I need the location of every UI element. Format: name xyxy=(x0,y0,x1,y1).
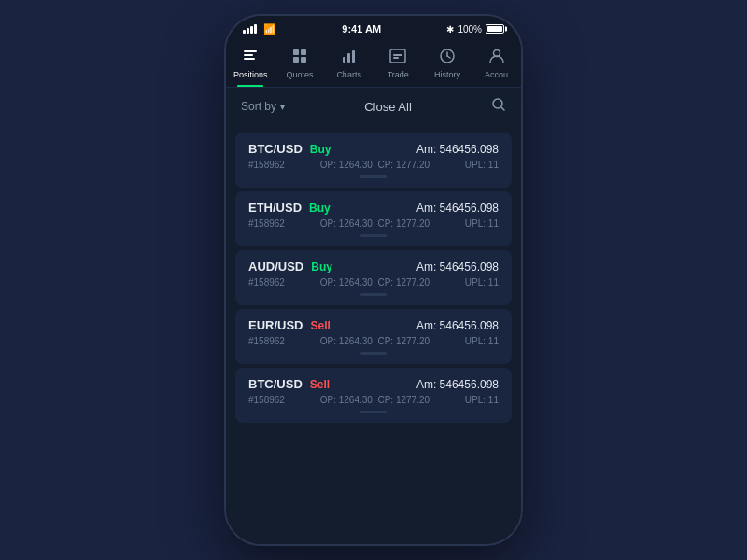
nav-label-quotes: Quotes xyxy=(286,70,313,79)
list-item[interactable]: BTC/USD Sell Am: 546456.098 #158962 OP: … xyxy=(235,368,512,423)
position-upl: UPL: 11 xyxy=(465,160,499,170)
position-id: #158962 xyxy=(248,218,285,229)
svg-rect-9 xyxy=(352,50,355,63)
position-side: Buy xyxy=(311,260,332,273)
trade-icon xyxy=(389,48,406,67)
position-upl: UPL: 11 xyxy=(465,277,499,287)
position-symbol: EUR/USD xyxy=(248,318,303,332)
charts-icon xyxy=(341,48,358,67)
position-amount: Am: 546456.098 xyxy=(416,378,499,391)
svg-line-15 xyxy=(447,56,450,58)
position-symbol: BTC/USD xyxy=(248,377,303,391)
battery-percent: 100% xyxy=(458,24,482,35)
status-left: 📶 xyxy=(243,23,276,35)
position-prices: OP: 1264.30 CP: 1277.20 xyxy=(285,160,465,170)
close-all-button[interactable]: Close All xyxy=(285,100,491,114)
position-upl: UPL: 11 xyxy=(465,218,499,229)
position-upl: UPL: 11 xyxy=(465,336,499,346)
nav-label-trade: Trade xyxy=(388,70,409,79)
svg-rect-1 xyxy=(244,54,253,56)
nav-item-positions[interactable]: Positions xyxy=(230,48,271,87)
svg-rect-4 xyxy=(301,49,306,55)
history-icon xyxy=(439,48,456,67)
svg-rect-6 xyxy=(301,57,306,63)
nav-label-history: History xyxy=(434,70,460,79)
position-id: #158962 xyxy=(248,395,285,405)
status-center: 9:41 AM xyxy=(342,23,381,35)
toolbar: Sort by ▾ Close All xyxy=(226,88,521,125)
position-side: Sell xyxy=(310,378,330,391)
nav-item-account[interactable]: Accou xyxy=(476,48,517,87)
svg-rect-7 xyxy=(343,57,345,63)
position-id: #158962 xyxy=(248,160,285,170)
position-side: Buy xyxy=(310,143,331,156)
wifi-icon: 📶 xyxy=(263,23,276,35)
nav-label-account: Accou xyxy=(485,70,508,79)
phone-frame: 📶 9:41 AM ✱ 100% Posit xyxy=(224,14,523,546)
list-item[interactable]: ETH/USD Buy Am: 546456.098 #158962 OP: 1… xyxy=(235,191,512,246)
position-prices: OP: 1264.30 CP: 1277.20 xyxy=(285,218,465,229)
list-item[interactable]: EUR/USD Sell Am: 546456.098 #158962 OP: … xyxy=(235,309,512,364)
position-symbol: ETH/USD xyxy=(248,201,302,215)
sort-button[interactable]: Sort by ▾ xyxy=(241,100,285,113)
status-bar: 📶 9:41 AM ✱ 100% xyxy=(226,16,521,42)
quotes-icon xyxy=(291,48,308,67)
bluetooth-icon: ✱ xyxy=(446,24,454,35)
search-button[interactable] xyxy=(491,97,506,116)
account-icon xyxy=(488,48,505,67)
signal-bars xyxy=(243,24,257,34)
svg-rect-2 xyxy=(244,58,255,60)
position-prices: OP: 1264.30 CP: 1277.20 xyxy=(285,336,465,346)
nav-item-quotes[interactable]: Quotes xyxy=(279,48,320,87)
position-side: Sell xyxy=(311,319,331,332)
nav-item-charts[interactable]: Charts xyxy=(329,48,370,87)
battery-icon xyxy=(486,24,504,34)
position-upl: UPL: 11 xyxy=(465,395,499,405)
nav-label-positions: Positions xyxy=(233,70,268,79)
nav-item-history[interactable]: History xyxy=(427,48,468,87)
status-right: ✱ 100% xyxy=(446,24,504,35)
position-amount: Am: 546456.098 xyxy=(416,319,499,332)
position-side: Buy xyxy=(309,202,331,215)
svg-rect-5 xyxy=(293,57,299,63)
position-id: #158962 xyxy=(248,336,285,346)
position-id: #158962 xyxy=(248,277,285,287)
nav-label-charts: Charts xyxy=(336,70,361,79)
positions-icon xyxy=(242,48,259,67)
position-symbol: AUD/USD xyxy=(248,259,303,273)
position-amount: Am: 546456.098 xyxy=(416,260,499,273)
sort-label: Sort by xyxy=(241,100,276,113)
svg-rect-12 xyxy=(393,57,399,59)
position-prices: OP: 1264.30 CP: 1277.20 xyxy=(285,277,465,287)
svg-rect-0 xyxy=(244,50,257,52)
nav-bar: Positions Quotes xyxy=(226,42,521,88)
nav-item-trade[interactable]: Trade xyxy=(377,48,418,87)
position-prices: OP: 1264.30 CP: 1277.20 xyxy=(285,395,465,405)
svg-rect-11 xyxy=(393,54,402,56)
position-amount: Am: 546456.098 xyxy=(416,202,499,215)
list-item[interactable]: BTC/USD Buy Am: 546456.098 #158962 OP: 1… xyxy=(235,133,512,188)
svg-rect-3 xyxy=(293,49,299,55)
list-item[interactable]: AUD/USD Buy Am: 546456.098 #158962 OP: 1… xyxy=(235,250,512,305)
svg-line-18 xyxy=(501,107,504,110)
positions-container: BTC/USD Buy Am: 546456.098 #158962 OP: 1… xyxy=(226,125,521,544)
svg-rect-8 xyxy=(347,53,350,63)
position-amount: Am: 546456.098 xyxy=(416,143,499,156)
position-symbol: BTC/USD xyxy=(248,142,303,156)
